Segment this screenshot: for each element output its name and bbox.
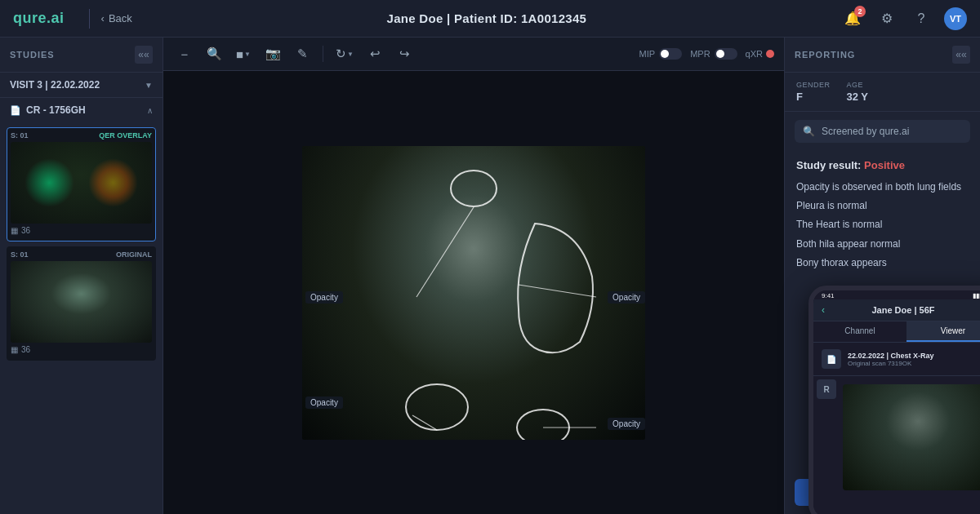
redo-icon: ↪ <box>399 47 410 61</box>
toolbar-separator <box>323 46 323 62</box>
back-arrow-icon: ‹ <box>101 12 105 24</box>
notification-badge: 2 <box>854 6 866 17</box>
phone-study-item[interactable]: 📄 22.02.2022 | Chest X-Ray Original scan… <box>813 343 980 376</box>
dropdown-arrow-icon: ▼ <box>347 51 354 58</box>
reporting-header: REPORTING «« <box>785 38 980 73</box>
study-header[interactable]: 📄 CR - 1756GH ∧ <box>0 98 163 122</box>
study-result-value: Positive <box>864 159 905 171</box>
logo-text: qure.ai <box>13 10 65 27</box>
phone-viewer-row: R <box>813 376 980 498</box>
qxr-status-dot <box>766 50 774 58</box>
phone-study-sub: Original scan 7319OK <box>848 360 980 367</box>
phone-back-button[interactable]: ‹ <box>822 304 825 316</box>
undo-icon: ↩ <box>370 47 381 61</box>
heat-map-right <box>88 158 138 207</box>
user-avatar[interactable]: VT <box>944 7 967 30</box>
search-icon: 🔍 <box>803 126 815 137</box>
image-count-icon: ▦ <box>11 345 18 354</box>
xray-viewport[interactable]: Opacity Opacity Opacity Opacity <box>163 71 784 514</box>
mip-toggle-group: MIP <box>639 48 683 60</box>
age-group: AGE 32 Y <box>847 81 869 103</box>
avatar-initials: VT <box>950 14 961 24</box>
phone-study-date: 22.02.2022 | Chest X-Ray <box>848 352 980 360</box>
mpr-label: MPR <box>690 49 710 59</box>
dropdown-arrow-icon: ▼ <box>244 51 251 58</box>
phone-tab-viewer[interactable]: Viewer <box>906 321 980 342</box>
opacity-label-right: Opacity <box>608 291 645 304</box>
snapshot-button[interactable]: 📷 <box>261 44 285 64</box>
image-count: ▦ 36 <box>11 343 152 357</box>
notification-button[interactable]: 🔔 2 <box>841 7 864 30</box>
series-tag: S: 01 <box>11 131 29 140</box>
patient-title: Jane Doe | Patient ID: 1A0012345 <box>132 11 841 25</box>
collapse-reporting-button[interactable]: «« <box>952 46 970 64</box>
thumbnail-item[interactable]: S: 01 QER OVERLAY ▦ 36 <box>7 127 156 241</box>
phone-status-bar: 9:41 ▮▮▮ ▭ <box>813 290 980 299</box>
mip-toggle[interactable] <box>659 48 682 60</box>
svg-line-5 <box>412 415 437 430</box>
toggle-knob <box>661 50 669 58</box>
window-level-button[interactable]: ■ ▼ <box>232 45 255 64</box>
sidebar-header: STUDIES «« <box>0 38 163 73</box>
reporting-panel: REPORTING «« GENDER F AGE 32 Y 🔍 Screene… <box>784 38 980 514</box>
finding-1: Opacity is observed in both lung fields <box>796 179 969 195</box>
study-result-label: Study result: <box>796 159 861 171</box>
studies-sidebar: STUDIES «« VISIT 3 | 22.02.2022 ▼ 📄 CR -… <box>0 38 163 514</box>
back-button[interactable]: ‹ Back <box>101 12 132 24</box>
overlay-tag: QER OVERLAY <box>99 131 152 140</box>
original-xray-visual <box>11 261 152 343</box>
finding-4: Both hila appear normal <box>796 237 969 252</box>
age-key: AGE <box>847 81 869 89</box>
annotation-overlay <box>302 146 645 440</box>
heat-map-left <box>24 158 74 207</box>
collapse-sidebar-button[interactable]: «« <box>135 46 153 64</box>
svg-point-0 <box>451 171 497 206</box>
rotate-icon: ↻ <box>336 47 346 61</box>
visit-selector[interactable]: VISIT 3 | 22.02.2022 ▼ <box>0 73 163 98</box>
patient-meta: GENDER F AGE 32 Y <box>785 73 980 112</box>
phone-tab-channel[interactable]: Channel <box>813 321 906 342</box>
phone-xray-thumbnail <box>843 384 980 490</box>
redo-button[interactable]: ↪ <box>394 42 416 65</box>
thumbnail-list: S: 01 QER OVERLAY ▦ 36 S: 01 <box>0 122 163 366</box>
thumb-meta: S: 01 ORIGINAL <box>11 250 152 259</box>
screened-search-bar[interactable]: 🔍 Screened by qure.ai <box>795 120 970 143</box>
original-tag: ORIGINAL <box>116 250 152 259</box>
gender-key: GENDER <box>796 81 831 89</box>
phone-overlay: 9:41 ▮▮▮ ▭ ‹ Jane Doe | 56F ⋮ Channel Vi… <box>808 286 980 514</box>
phone-tabs: Channel Viewer <box>813 321 980 343</box>
gear-icon: ⚙ <box>881 11 893 26</box>
phone-study-icon: 📄 <box>822 349 841 369</box>
zoom-in-button[interactable]: 🔍 <box>203 42 225 65</box>
study-result: Study result: Positive <box>796 159 969 171</box>
phone-study-info: 22.02.2022 | Chest X-Ray Original scan 7… <box>848 352 980 367</box>
svg-point-1 <box>406 384 468 430</box>
header-icons: 🔔 2 ⚙ ? VT <box>841 7 967 30</box>
signal-icon: ▮▮▮ <box>973 292 980 299</box>
rotate-button[interactable]: ↻ ▼ <box>332 44 358 64</box>
mpr-toggle-group: MPR <box>690 48 737 60</box>
viewer-area: − 🔍 ■ ▼ 📷 ✎ ↻ ▼ ↩ ↪ <box>163 38 784 514</box>
svg-line-3 <box>416 207 474 297</box>
image-count-icon: ▦ <box>11 226 18 235</box>
annotate-button[interactable]: ✎ <box>292 42 314 65</box>
settings-button[interactable]: ⚙ <box>875 7 898 30</box>
visit-label: VISIT 3 | 22.02.2022 <box>10 79 100 91</box>
app-header: qure.ai ‹ Back Jane Doe | Patient ID: 1A… <box>0 0 980 38</box>
thumbnail-image-original <box>11 261 152 343</box>
help-button[interactable]: ? <box>910 7 933 30</box>
search-text: Screened by qure.ai <box>822 126 909 137</box>
zoom-out-button[interactable]: − <box>173 42 196 65</box>
finding-3: The Heart is normal <box>796 217 969 233</box>
mpr-toggle[interactable] <box>715 48 737 60</box>
toggle-knob <box>716 50 724 58</box>
toolbar-right: MIP MPR qXR <box>639 48 774 60</box>
thumbnail-item[interactable]: S: 01 ORIGINAL ▦ 36 <box>7 246 156 361</box>
thumb-meta: S: 01 QER OVERLAY <box>11 131 152 140</box>
undo-button[interactable]: ↩ <box>364 42 387 65</box>
gender-value: F <box>796 91 831 103</box>
qxr-indicator: qXR <box>746 49 774 59</box>
header-divider <box>89 9 90 29</box>
thumbnail-image-overlay <box>11 142 152 224</box>
finding-2: Pleura is normal <box>796 198 969 214</box>
